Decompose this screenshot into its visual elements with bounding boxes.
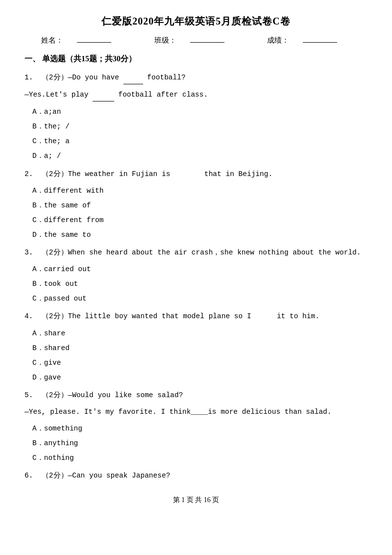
question-2-option-a: A．different with [32,184,368,197]
blank-1b [93,88,114,101]
question-4-option-b: B．shared [32,342,368,354]
question-3-option-c: C．passed out [32,292,368,305]
blank-1a [123,71,143,84]
section1-title: 一、 单选题（共15题；共30分） [24,54,368,64]
question-3: 3. （2分）When she heard about the air cras… [24,246,368,305]
score-field [303,35,337,43]
question-2-option-b: B．the same of [32,199,368,212]
info-row: 姓名： 班级： 成绩： [24,35,368,45]
question-4-option-d: D．gave [32,371,368,384]
question-5: 5. （2分）—Would you like some salad? —Yes,… [24,389,368,464]
question-3-option-b: B．took out [32,278,368,290]
question-4: 4. （2分）The little boy wanted that model … [24,310,368,383]
question-1: 1. （2分）—Do you have football? —Yes.Let's… [24,71,368,163]
score-label: 成绩： [267,36,351,44]
question-4-stem: 4. （2分）The little boy wanted that model … [24,310,368,323]
question-3-option-a: A．carried out [32,263,368,276]
question-5-option-c: C．nothing [32,452,368,464]
question-6-stem: 6. （2分）—Can you speak Japanese? [24,469,368,482]
page-title: 仁爱版2020年九年级英语5月质检试卷C卷 [24,15,368,28]
question-5-option-b: B．anything [32,437,368,450]
question-3-stem: 3. （2分）When she heard about the air cras… [24,246,368,259]
question-5-option-a: A．something [32,422,368,435]
question-4-option-c: C．give [32,356,368,369]
question-5-stem2: —Yes, please. It's my favorite. I think_… [24,405,368,418]
question-1-option-a: A．a;an [32,105,368,118]
question-2-option-d: D．the same to [32,228,368,241]
class-field [190,35,224,43]
name-field [77,35,111,43]
question-1-option-d: D．a; / [32,150,368,162]
question-1-stem: 1. （2分）—Do you have football? [24,71,368,84]
question-1-option-b: B．the; / [32,120,368,133]
question-4-option-a: A．share [32,327,368,340]
question-1-stem2: —Yes.Let's play football after class. [24,88,368,101]
name-label: 姓名： [41,36,125,44]
question-2-stem: 2. （2分）The weather in Fujian is that in … [24,168,368,180]
question-1-option-c: C．the; a [32,135,368,148]
page-footer: 第 1 页 共 16 页 [24,496,368,505]
question-6: 6. （2分）—Can you speak Japanese? [24,469,368,482]
question-2-option-c: C．different from [32,214,368,227]
question-2: 2. （2分）The weather in Fujian is that in … [24,168,368,241]
class-label: 班级： [154,36,238,44]
question-5-stem: 5. （2分）—Would you like some salad? [24,389,368,402]
